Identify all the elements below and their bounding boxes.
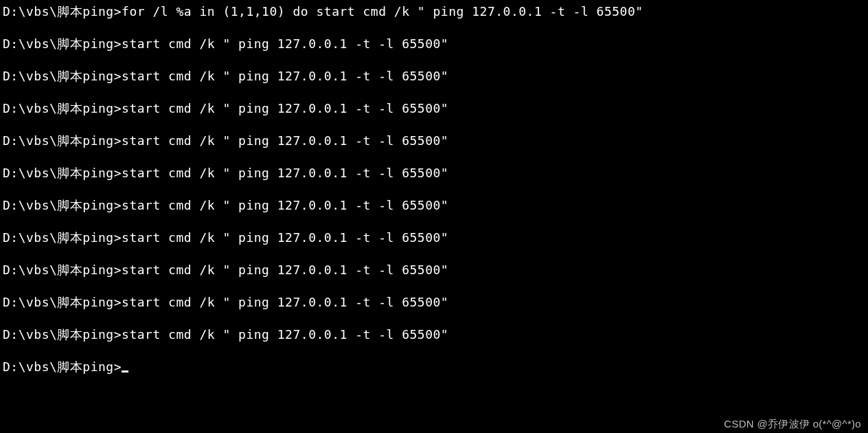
command-text: start cmd /k " ping 127.0.0.1 -t -l 6550… xyxy=(122,327,448,342)
watermark-text: CSDN @乔伊波伊 o(*^@^*)o xyxy=(724,419,861,429)
terminal-line: D:\vbs\脚本ping>start cmd /k " ping 127.0.… xyxy=(3,167,865,179)
command-text: start cmd /k " ping 127.0.0.1 -t -l 6550… xyxy=(122,69,448,83)
command-text: start cmd /k " ping 127.0.0.1 -t -l 6550… xyxy=(122,198,448,212)
terminal-line: D:\vbs\脚本ping>start cmd /k " ping 127.0.… xyxy=(3,70,865,82)
prompt-text: D:\vbs\脚本ping> xyxy=(3,263,122,277)
command-text: start cmd /k " ping 127.0.0.1 -t -l 6550… xyxy=(122,295,448,309)
terminal-line: D:\vbs\脚本ping>start cmd /k " ping 127.0.… xyxy=(3,232,865,244)
prompt-text: D:\vbs\脚本ping> xyxy=(3,359,122,374)
prompt-text: D:\vbs\脚本ping> xyxy=(3,69,122,83)
command-text: start cmd /k " ping 127.0.0.1 -t -l 6550… xyxy=(122,230,448,245)
prompt-text: D:\vbs\脚本ping> xyxy=(3,327,122,342)
prompt-text: D:\vbs\脚本ping> xyxy=(3,295,122,309)
command-text: start cmd /k " ping 127.0.0.1 -t -l 6550… xyxy=(122,36,448,51)
terminal-line: D:\vbs\脚本ping>start cmd /k " ping 127.0.… xyxy=(3,102,865,115)
terminal-line: D:\vbs\脚本ping>start cmd /k " ping 127.0.… xyxy=(3,329,865,341)
terminal-line: D:\vbs\脚本ping>start cmd /k " ping 127.0.… xyxy=(3,135,865,147)
terminal-line: D:\vbs\脚本ping>start cmd /k " ping 127.0.… xyxy=(3,296,865,309)
terminal-output[interactable]: D:\vbs\脚本ping>for /l %a in (1,1,10) do s… xyxy=(3,5,865,373)
command-text: start cmd /k " ping 127.0.0.1 -t -l 6550… xyxy=(122,166,448,180)
command-text: start cmd /k " ping 127.0.0.1 -t -l 6550… xyxy=(122,263,448,277)
terminal-line: D:\vbs\脚本ping>start cmd /k " ping 127.0.… xyxy=(3,264,865,276)
command-text: for /l %a in (1,1,10) do start cmd /k " … xyxy=(122,4,643,19)
prompt-text: D:\vbs\脚本ping> xyxy=(3,166,122,180)
prompt-text: D:\vbs\脚本ping> xyxy=(3,198,122,212)
prompt-text: D:\vbs\脚本ping> xyxy=(3,101,122,115)
command-text: start cmd /k " ping 127.0.0.1 -t -l 6550… xyxy=(122,133,448,148)
command-text: start cmd /k " ping 127.0.0.1 -t -l 6550… xyxy=(122,101,448,115)
terminal-line: D:\vbs\脚本ping>start cmd /k " ping 127.0.… xyxy=(3,199,865,212)
prompt-text: D:\vbs\脚本ping> xyxy=(3,133,122,148)
cursor-icon xyxy=(122,370,128,373)
terminal-line: D:\vbs\脚本ping>for /l %a in (1,1,10) do s… xyxy=(3,5,865,18)
prompt-text: D:\vbs\脚本ping> xyxy=(3,230,122,245)
terminal-line: D:\vbs\脚本ping>start cmd /k " ping 127.0.… xyxy=(3,38,865,50)
terminal-line: D:\vbs\脚本ping> xyxy=(3,361,865,373)
prompt-text: D:\vbs\脚本ping> xyxy=(3,36,122,51)
prompt-text: D:\vbs\脚本ping> xyxy=(3,4,122,19)
